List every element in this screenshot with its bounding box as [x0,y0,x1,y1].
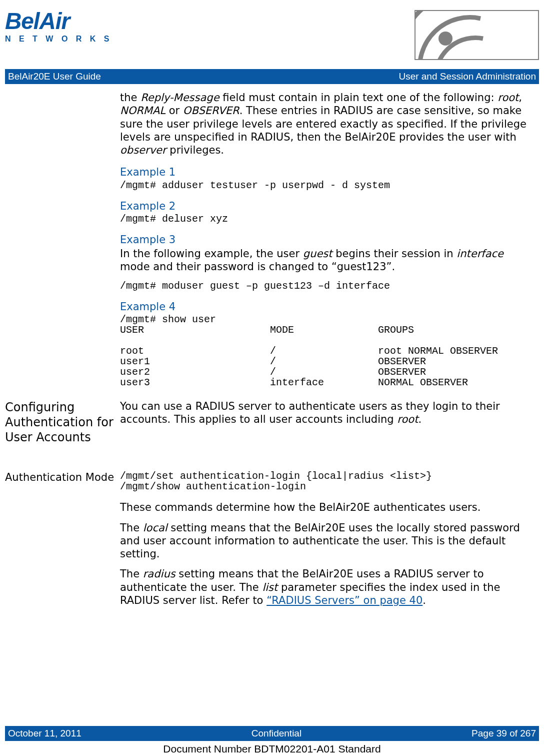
footer-date: October 11, 2011 [8,728,82,739]
doc-number: Document Number BDTM02201-A01 Standard [0,743,544,755]
header-left: BelAir20E User Guide [8,71,101,82]
footer-page: Page 39 of 267 [472,728,536,739]
logo-left: BelAir N E T W O R K S [5,11,112,44]
example-1-cmd: /mgmt# adduser testuser -p userpwd - d s… [120,180,536,191]
logo-right-icon [414,10,539,60]
footer-confidential: Confidential [252,728,302,739]
sec1-paragraph: You can use a RADIUS server to authentic… [120,400,536,426]
example-3-paragraph: In the following example, the user guest… [120,247,536,274]
sec2-p1: These commands determine how the BelAir2… [120,501,536,514]
example-3-cmd: /mgmt# moduser guest –p guest123 –d inte… [120,281,536,291]
sec2-p3: The radius setting means that the BelAir… [120,567,536,607]
footer-bar: October 11, 2011 Confidential Page 39 of… [5,726,539,741]
logo-subbrand: N E T W O R K S [5,35,112,44]
sec2-p2: The local setting means that the BelAir2… [120,521,536,561]
logo-brand: BelAir [5,11,112,32]
radius-servers-link[interactable]: “RADIUS Servers” on page 40 [266,594,422,606]
header-right: User and Session Administration [398,71,536,82]
example-1-title: Example 1 [120,166,536,179]
example-4-title: Example 4 [120,300,536,313]
section-heading-auth-mode: Authentication Mode [5,471,115,484]
intro-paragraph: the Reply-Message field must contain in … [120,91,536,157]
header-bar: BelAir20E User Guide User and Session Ad… [5,69,539,84]
example-4-block: /mgmt# show user USER MODE GROUPS root /… [120,314,536,388]
sec2-cmd: /mgmt/set authentication-login {local|ra… [120,471,536,492]
example-2-title: Example 2 [120,200,536,213]
section-heading-configuring: Configuring Authentication for User Acco… [5,400,115,445]
example-2-cmd: /mgmt# deluser xyz [120,214,536,224]
svg-point-0 [438,32,452,46]
example-3-title: Example 3 [120,233,536,246]
